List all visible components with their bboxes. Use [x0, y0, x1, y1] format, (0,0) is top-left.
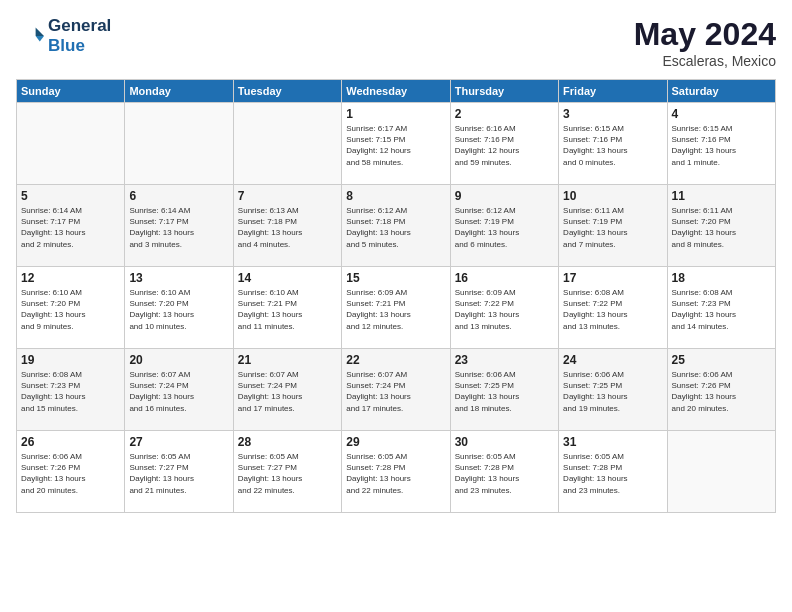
day-info: Sunrise: 6:05 AM Sunset: 7:28 PM Dayligh… [563, 451, 662, 496]
day-number: 22 [346, 353, 445, 367]
calendar-cell: 5Sunrise: 6:14 AM Sunset: 7:17 PM Daylig… [17, 185, 125, 267]
day-number: 30 [455, 435, 554, 449]
calendar-cell [125, 103, 233, 185]
logo-icon [16, 22, 44, 50]
calendar-cell: 14Sunrise: 6:10 AM Sunset: 7:21 PM Dayli… [233, 267, 341, 349]
calendar-cell [667, 431, 775, 513]
day-number: 6 [129, 189, 228, 203]
day-info: Sunrise: 6:11 AM Sunset: 7:19 PM Dayligh… [563, 205, 662, 250]
week-row-4: 19Sunrise: 6:08 AM Sunset: 7:23 PM Dayli… [17, 349, 776, 431]
calendar-cell [17, 103, 125, 185]
calendar-cell: 19Sunrise: 6:08 AM Sunset: 7:23 PM Dayli… [17, 349, 125, 431]
week-row-5: 26Sunrise: 6:06 AM Sunset: 7:26 PM Dayli… [17, 431, 776, 513]
day-number: 20 [129, 353, 228, 367]
day-info: Sunrise: 6:09 AM Sunset: 7:22 PM Dayligh… [455, 287, 554, 332]
weekday-header-monday: Monday [125, 80, 233, 103]
day-number: 23 [455, 353, 554, 367]
calendar-cell: 12Sunrise: 6:10 AM Sunset: 7:20 PM Dayli… [17, 267, 125, 349]
week-row-1: 1Sunrise: 6:17 AM Sunset: 7:15 PM Daylig… [17, 103, 776, 185]
day-info: Sunrise: 6:10 AM Sunset: 7:21 PM Dayligh… [238, 287, 337, 332]
day-number: 13 [129, 271, 228, 285]
logo-text: General Blue [48, 16, 111, 56]
calendar-cell: 9Sunrise: 6:12 AM Sunset: 7:19 PM Daylig… [450, 185, 558, 267]
day-number: 10 [563, 189, 662, 203]
calendar-cell: 10Sunrise: 6:11 AM Sunset: 7:19 PM Dayli… [559, 185, 667, 267]
weekday-header-friday: Friday [559, 80, 667, 103]
day-info: Sunrise: 6:06 AM Sunset: 7:25 PM Dayligh… [455, 369, 554, 414]
calendar-cell: 7Sunrise: 6:13 AM Sunset: 7:18 PM Daylig… [233, 185, 341, 267]
day-info: Sunrise: 6:15 AM Sunset: 7:16 PM Dayligh… [672, 123, 771, 168]
calendar-cell: 23Sunrise: 6:06 AM Sunset: 7:25 PM Dayli… [450, 349, 558, 431]
calendar-cell: 15Sunrise: 6:09 AM Sunset: 7:21 PM Dayli… [342, 267, 450, 349]
calendar-cell: 8Sunrise: 6:12 AM Sunset: 7:18 PM Daylig… [342, 185, 450, 267]
svg-marker-1 [36, 36, 44, 42]
day-info: Sunrise: 6:16 AM Sunset: 7:16 PM Dayligh… [455, 123, 554, 168]
logo: General Blue [16, 16, 111, 56]
day-number: 17 [563, 271, 662, 285]
weekday-header-tuesday: Tuesday [233, 80, 341, 103]
day-info: Sunrise: 6:10 AM Sunset: 7:20 PM Dayligh… [129, 287, 228, 332]
location: Escaleras, Mexico [634, 53, 776, 69]
day-info: Sunrise: 6:06 AM Sunset: 7:25 PM Dayligh… [563, 369, 662, 414]
calendar-table: SundayMondayTuesdayWednesdayThursdayFrid… [16, 79, 776, 513]
day-info: Sunrise: 6:07 AM Sunset: 7:24 PM Dayligh… [238, 369, 337, 414]
header: General Blue May 2024 Escaleras, Mexico [16, 16, 776, 69]
day-info: Sunrise: 6:06 AM Sunset: 7:26 PM Dayligh… [21, 451, 120, 496]
calendar-cell: 25Sunrise: 6:06 AM Sunset: 7:26 PM Dayli… [667, 349, 775, 431]
day-info: Sunrise: 6:05 AM Sunset: 7:28 PM Dayligh… [455, 451, 554, 496]
day-number: 7 [238, 189, 337, 203]
day-info: Sunrise: 6:07 AM Sunset: 7:24 PM Dayligh… [346, 369, 445, 414]
day-number: 9 [455, 189, 554, 203]
calendar-cell: 24Sunrise: 6:06 AM Sunset: 7:25 PM Dayli… [559, 349, 667, 431]
day-number: 21 [238, 353, 337, 367]
day-number: 12 [21, 271, 120, 285]
title-block: May 2024 Escaleras, Mexico [634, 16, 776, 69]
day-info: Sunrise: 6:10 AM Sunset: 7:20 PM Dayligh… [21, 287, 120, 332]
day-number: 1 [346, 107, 445, 121]
day-number: 25 [672, 353, 771, 367]
day-number: 16 [455, 271, 554, 285]
calendar-cell: 2Sunrise: 6:16 AM Sunset: 7:16 PM Daylig… [450, 103, 558, 185]
calendar-cell: 28Sunrise: 6:05 AM Sunset: 7:27 PM Dayli… [233, 431, 341, 513]
day-number: 2 [455, 107, 554, 121]
day-info: Sunrise: 6:11 AM Sunset: 7:20 PM Dayligh… [672, 205, 771, 250]
day-number: 19 [21, 353, 120, 367]
day-info: Sunrise: 6:12 AM Sunset: 7:18 PM Dayligh… [346, 205, 445, 250]
day-info: Sunrise: 6:08 AM Sunset: 7:23 PM Dayligh… [672, 287, 771, 332]
day-info: Sunrise: 6:17 AM Sunset: 7:15 PM Dayligh… [346, 123, 445, 168]
day-info: Sunrise: 6:05 AM Sunset: 7:27 PM Dayligh… [129, 451, 228, 496]
day-number: 5 [21, 189, 120, 203]
calendar-cell: 1Sunrise: 6:17 AM Sunset: 7:15 PM Daylig… [342, 103, 450, 185]
page: General Blue May 2024 Escaleras, Mexico … [0, 0, 792, 612]
month-title: May 2024 [634, 16, 776, 53]
calendar-body: 1Sunrise: 6:17 AM Sunset: 7:15 PM Daylig… [17, 103, 776, 513]
day-info: Sunrise: 6:13 AM Sunset: 7:18 PM Dayligh… [238, 205, 337, 250]
weekday-header-wednesday: Wednesday [342, 80, 450, 103]
day-number: 29 [346, 435, 445, 449]
day-info: Sunrise: 6:07 AM Sunset: 7:24 PM Dayligh… [129, 369, 228, 414]
day-number: 27 [129, 435, 228, 449]
calendar-cell: 6Sunrise: 6:14 AM Sunset: 7:17 PM Daylig… [125, 185, 233, 267]
calendar-cell: 20Sunrise: 6:07 AM Sunset: 7:24 PM Dayli… [125, 349, 233, 431]
day-info: Sunrise: 6:08 AM Sunset: 7:22 PM Dayligh… [563, 287, 662, 332]
weekday-header-saturday: Saturday [667, 80, 775, 103]
calendar-cell: 31Sunrise: 6:05 AM Sunset: 7:28 PM Dayli… [559, 431, 667, 513]
day-number: 26 [21, 435, 120, 449]
day-info: Sunrise: 6:05 AM Sunset: 7:28 PM Dayligh… [346, 451, 445, 496]
day-info: Sunrise: 6:15 AM Sunset: 7:16 PM Dayligh… [563, 123, 662, 168]
calendar-cell: 29Sunrise: 6:05 AM Sunset: 7:28 PM Dayli… [342, 431, 450, 513]
weekday-header-sunday: Sunday [17, 80, 125, 103]
day-number: 3 [563, 107, 662, 121]
day-info: Sunrise: 6:06 AM Sunset: 7:26 PM Dayligh… [672, 369, 771, 414]
calendar-cell: 4Sunrise: 6:15 AM Sunset: 7:16 PM Daylig… [667, 103, 775, 185]
weekday-header-row: SundayMondayTuesdayWednesdayThursdayFrid… [17, 80, 776, 103]
week-row-3: 12Sunrise: 6:10 AM Sunset: 7:20 PM Dayli… [17, 267, 776, 349]
calendar-cell: 22Sunrise: 6:07 AM Sunset: 7:24 PM Dayli… [342, 349, 450, 431]
calendar-cell: 13Sunrise: 6:10 AM Sunset: 7:20 PM Dayli… [125, 267, 233, 349]
calendar-cell: 3Sunrise: 6:15 AM Sunset: 7:16 PM Daylig… [559, 103, 667, 185]
calendar-cell: 21Sunrise: 6:07 AM Sunset: 7:24 PM Dayli… [233, 349, 341, 431]
day-number: 24 [563, 353, 662, 367]
calendar-cell: 11Sunrise: 6:11 AM Sunset: 7:20 PM Dayli… [667, 185, 775, 267]
calendar-cell: 26Sunrise: 6:06 AM Sunset: 7:26 PM Dayli… [17, 431, 125, 513]
day-info: Sunrise: 6:12 AM Sunset: 7:19 PM Dayligh… [455, 205, 554, 250]
